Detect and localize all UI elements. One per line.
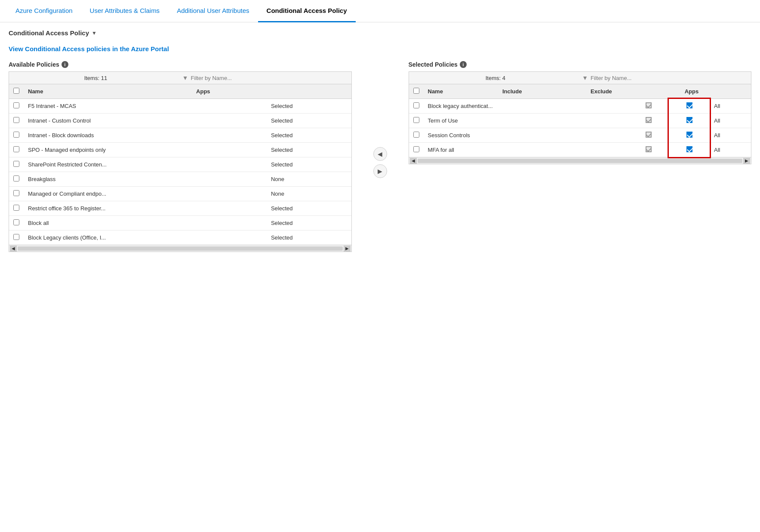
available-policy-checkbox-4[interactable]	[13, 161, 19, 167]
available-policy-checkbox-1[interactable]	[13, 117, 19, 123]
available-policy-checkbox-5[interactable]	[13, 175, 19, 181]
selected-policy-include-checkbox-1[interactable]	[646, 117, 652, 123]
selected-policies-title: Selected Policies i	[409, 61, 752, 68]
available-policy-checkbox-8[interactable]	[13, 219, 19, 225]
available-policy-row: Breakglass None	[9, 172, 351, 187]
section-dropdown-arrow[interactable]: ▼	[92, 30, 97, 36]
available-policy-checkbox-3[interactable]	[13, 146, 19, 152]
selected-policies-apps-header: Apps	[680, 84, 751, 99]
available-policy-name: Breakglass	[24, 172, 267, 187]
available-policies-scroll-track[interactable]	[18, 246, 343, 251]
selected-policy-include-checkbox-0[interactable]	[646, 102, 652, 108]
available-policy-name: F5 Intranet - MCAS	[24, 99, 267, 114]
available-policy-row: Block all Selected	[9, 216, 351, 231]
available-policy-checkbox-2[interactable]	[13, 132, 19, 138]
available-policies-scroll-right[interactable]: ▶	[344, 246, 351, 252]
tab-user-attributes[interactable]: User Attributes & Claims	[81, 0, 169, 22]
selected-policies-scroll-left[interactable]: ◀	[410, 158, 417, 164]
available-policy-name: Restrict office 365 to Register...	[24, 201, 267, 216]
tab-conditional-access[interactable]: Conditional Access Policy	[258, 0, 356, 22]
available-policies-filter-icon: ▼	[182, 74, 188, 81]
available-policy-checkbox-cell	[9, 172, 24, 187]
selected-policy-checkbox-3[interactable]	[413, 146, 419, 152]
selected-policies-scroll-right[interactable]: ▶	[743, 158, 750, 164]
section-title: Conditional Access Policy	[9, 29, 89, 37]
available-policy-checkbox-0[interactable]	[13, 102, 19, 108]
selected-policy-checkbox-1[interactable]	[413, 117, 419, 123]
selected-policy-include-cell	[628, 99, 669, 114]
selected-policy-exclude-checkbox-3[interactable]	[686, 146, 692, 152]
selected-policies-filter-area: ▼	[582, 74, 747, 81]
selected-policy-checkbox-cell	[409, 114, 424, 128]
available-policy-apps: Selected	[267, 157, 351, 172]
available-policy-apps: Selected	[267, 114, 351, 128]
tab-azure-config[interactable]: Azure Configuration	[7, 0, 81, 22]
available-policy-apps: Selected	[267, 216, 351, 231]
available-policies-table: Name Apps	[9, 84, 351, 99]
available-policy-apps: None	[267, 172, 351, 187]
available-policy-row: Managed or Compliant endpo... None	[9, 187, 351, 201]
selected-policies-select-all-checkbox[interactable]	[413, 88, 419, 94]
selected-policy-exclude-checkbox-1[interactable]	[686, 117, 692, 123]
transfer-left-button[interactable]: ◀	[373, 147, 387, 161]
selected-policy-name: Session Controls	[424, 128, 628, 143]
available-policies-scroll[interactable]: F5 Intranet - MCAS Selected Intranet - C…	[9, 99, 351, 245]
available-policy-checkbox-7[interactable]	[13, 205, 19, 211]
available-policies-scroll-left[interactable]: ◀	[10, 246, 17, 252]
selected-policy-exclude-cell	[669, 99, 710, 114]
available-policy-name: Intranet - Custom Control	[24, 114, 267, 128]
selected-policies-table: Name Include Exclude Apps	[409, 84, 751, 99]
tab-additional-user-attributes[interactable]: Additional User Attributes	[168, 0, 258, 22]
selected-policies-scrollbar[interactable]: ◀ ▶	[409, 157, 751, 164]
selected-policy-name: Term of Use	[424, 114, 628, 128]
available-policy-checkbox-cell	[9, 114, 24, 128]
selected-policy-exclude-checkbox-0[interactable]	[686, 102, 692, 108]
selected-policies-header-row: Name Include Exclude Apps	[409, 84, 751, 99]
panels-container: Available Policies i Items: 11 ▼	[9, 61, 751, 252]
selected-policies-filter-icon: ▼	[582, 74, 588, 81]
available-policy-checkbox-cell	[9, 187, 24, 201]
available-policies-name-header: Name	[24, 84, 192, 99]
available-policy-checkbox-cell	[9, 143, 24, 157]
transfer-right-button[interactable]: ▶	[373, 164, 387, 178]
selected-policy-exclude-cell	[669, 128, 710, 143]
selected-policy-row: Term of Use All	[409, 114, 751, 128]
selected-policy-row: Session Controls All	[409, 128, 751, 143]
selected-policy-apps: All	[710, 128, 751, 143]
available-policies-select-all-header	[9, 84, 24, 99]
selected-policy-checkbox-2[interactable]	[413, 132, 419, 138]
available-policy-apps: Selected	[267, 201, 351, 216]
available-policy-checkbox-9[interactable]	[13, 234, 19, 240]
selected-policy-include-cell	[628, 143, 669, 157]
selected-policies-filter-input[interactable]	[591, 75, 747, 81]
selected-policy-checkbox-0[interactable]	[413, 102, 419, 108]
selected-policy-exclude-cell	[669, 143, 710, 157]
selected-policies-exclude-header: Exclude	[586, 84, 680, 99]
selected-policy-row: MFA for all All	[409, 143, 751, 157]
available-policy-checkbox-6[interactable]	[13, 190, 19, 196]
selected-policies-include-header: Include	[498, 84, 586, 99]
selected-policy-include-checkbox-3[interactable]	[646, 146, 652, 152]
available-policies-select-all-checkbox[interactable]	[13, 88, 19, 94]
available-policy-checkbox-cell	[9, 99, 24, 114]
available-policies-filter-input[interactable]	[191, 75, 347, 81]
selected-policy-exclude-checkbox-2[interactable]	[686, 132, 692, 138]
available-policy-checkbox-cell	[9, 216, 24, 231]
available-policy-row: SharePoint Restricted Conten... Selected	[9, 157, 351, 172]
available-policy-name: SPO - Managed endpoints only	[24, 143, 267, 157]
selected-policies-scroll-track[interactable]	[418, 159, 743, 163]
selected-policies-toolbar: Items: 4 ▼	[409, 72, 751, 84]
azure-portal-link[interactable]: View Conditional Access policies in the …	[9, 45, 169, 52]
available-policy-name: Block Legacy clients (Office, I...	[24, 231, 267, 245]
available-policy-row: SPO - Managed endpoints only Selected	[9, 143, 351, 157]
page-content: Conditional Access Policy ▼ View Conditi…	[0, 22, 760, 259]
available-policies-scrollbar[interactable]: ◀ ▶	[9, 245, 351, 252]
available-policies-info-icon[interactable]: i	[62, 61, 68, 68]
selected-policies-info-icon[interactable]: i	[460, 61, 467, 68]
available-policy-checkbox-cell	[9, 231, 24, 245]
selected-policy-include-cell	[628, 128, 669, 143]
available-policy-apps: Selected	[267, 143, 351, 157]
selected-policy-include-checkbox-2[interactable]	[646, 132, 652, 138]
available-policy-apps: None	[267, 187, 351, 201]
available-policy-name: Block all	[24, 216, 267, 231]
